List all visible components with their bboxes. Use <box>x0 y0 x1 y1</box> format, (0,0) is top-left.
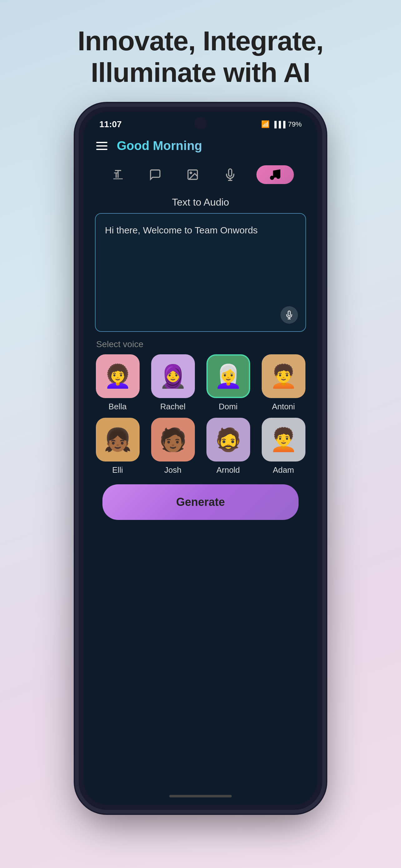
generate-button[interactable]: Generate <box>102 484 299 520</box>
headline: Innovate, Integrate, Illuminate with AI <box>53 25 348 88</box>
section-title: Text to Audio <box>84 190 317 213</box>
svg-point-8 <box>270 176 274 179</box>
voice-avatar-arnold: 🧔 <box>206 418 250 462</box>
voice-name-josh: Josh <box>164 465 181 475</box>
battery-icon: 79% <box>288 120 302 128</box>
voice-grid: 👩‍🦱 Bella 🧕 Rachel 👩‍🦳 Domi 🧑‍🦱 <box>84 354 317 475</box>
text-input-area[interactable]: Hi there, Welcome to Team Onwords <box>95 213 306 332</box>
headline-line2: Illuminate with AI <box>91 57 310 88</box>
input-text: Hi there, Welcome to Team Onwords <box>105 223 296 237</box>
voice-name-elli: Elli <box>112 465 123 475</box>
voice-josh[interactable]: 🧑🏾 Josh <box>148 418 197 475</box>
toolbar-music[interactable] <box>257 165 294 184</box>
notch <box>194 117 207 129</box>
voice-name-adam: Adam <box>273 465 294 475</box>
voice-antoni[interactable]: 🧑‍🦱 Antoni <box>259 354 308 411</box>
voice-avatar-domi: 👩‍🦳 <box>206 354 250 398</box>
svg-point-9 <box>277 175 280 178</box>
voice-name-rachel: Rachel <box>160 402 186 411</box>
toolbar-chat[interactable] <box>144 165 166 184</box>
signal-icon: ▐▐▐ <box>272 121 286 128</box>
toolbar-text[interactable]: T <box>107 165 129 184</box>
home-indicator <box>169 795 232 797</box>
voice-avatar-josh: 🧑🏾 <box>151 418 195 462</box>
app-title: Good Morning <box>117 139 202 153</box>
phone-frame: 11:07 📶 ▐▐▐ 79% Good Morning T <box>79 107 322 810</box>
app-header: Good Morning <box>84 132 317 159</box>
wifi-icon: 📶 <box>261 120 269 128</box>
headline-line1: Innovate, Integrate, <box>78 25 324 56</box>
voice-adam[interactable]: 🧑‍🦱 Adam <box>259 418 308 475</box>
voice-arnold[interactable]: 🧔 Arnold <box>204 418 253 475</box>
voice-avatar-adam: 🧑‍🦱 <box>262 418 305 462</box>
svg-point-5 <box>190 172 192 174</box>
select-voice-label: Select voice <box>84 332 317 354</box>
voice-rachel[interactable]: 🧕 Rachel <box>148 354 197 411</box>
toolbar: T <box>84 159 317 190</box>
voice-avatar-bella: 👩‍🦱 <box>96 354 140 398</box>
status-time: 11:07 <box>99 119 122 129</box>
voice-name-antoni: Antoni <box>272 402 295 411</box>
status-icons: 📶 ▐▐▐ 79% <box>261 120 302 128</box>
toolbar-image[interactable] <box>182 165 204 184</box>
voice-bella[interactable]: 👩‍🦱 Bella <box>93 354 142 411</box>
hamburger-button[interactable] <box>96 142 107 150</box>
voice-avatar-rachel: 🧕 <box>151 354 195 398</box>
voice-elli[interactable]: 👧🏾 Elli <box>93 418 142 475</box>
voice-avatar-antoni: 🧑‍🦱 <box>262 354 305 398</box>
mic-button[interactable] <box>280 306 298 324</box>
voice-name-bella: Bella <box>109 402 127 411</box>
voice-name-arnold: Arnold <box>216 465 240 475</box>
toolbar-voice[interactable] <box>219 165 241 184</box>
voice-domi[interactable]: 👩‍🦳 Domi <box>204 354 253 411</box>
voice-name-domi: Domi <box>219 402 238 411</box>
phone-screen: 11:07 📶 ▐▐▐ 79% Good Morning T <box>84 112 317 805</box>
voice-avatar-elli: 👧🏾 <box>96 418 140 462</box>
